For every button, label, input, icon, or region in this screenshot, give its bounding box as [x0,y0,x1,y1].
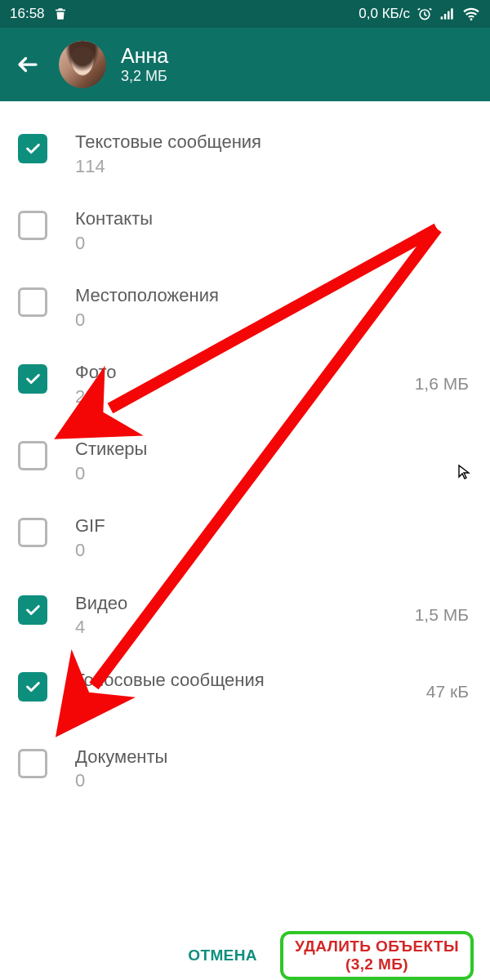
item-size [469,514,472,528]
item-size [469,207,472,220]
item-label: Местоположения [75,284,469,307]
list-item[interactable]: Контакты0 [18,193,472,270]
item-count: 0 [75,769,469,793]
cancel-button[interactable]: ОТМЕНА [188,947,257,964]
delete-button-highlight: УДАЛИТЬ ОБЪЕКТЫ (3,2 МБ) [280,931,474,980]
delete-button-line1: УДАЛИТЬ ОБЪЕКТЫ [295,938,459,956]
item-size: 1,5 МБ [415,592,472,625]
item-size [469,131,472,144]
status-bar: 16:58 0,0 КБ/с [0,0,490,28]
content-list: Текстовые сообщения114Контакты0Местополо… [0,101,490,931]
status-net: 0,0 КБ/с [359,6,410,22]
item-label: GIF [75,514,469,537]
checkbox[interactable] [18,364,47,394]
item-count: 0 [75,462,469,486]
item-size [469,746,472,759]
item-count: 0 [75,539,469,563]
item-count: 20 [75,385,415,409]
contact-size: 3,2 МБ [121,68,168,86]
item-size: 47 кБ [426,669,472,702]
item-count: 114 [75,155,469,179]
checkbox[interactable] [18,287,47,317]
item-count: 0 [75,232,469,256]
list-item[interactable]: Видео41,5 МБ [18,577,472,654]
item-label: Текстовые сообщения [75,131,469,154]
item-label: Стикеры [75,438,469,461]
trash-icon [53,7,68,21]
list-item[interactable]: Текстовые сообщения114 [18,116,472,193]
back-button[interactable] [11,48,44,81]
list-item[interactable]: Документы0 [18,731,472,808]
checkbox[interactable] [18,595,47,625]
list-item[interactable]: Фото201,6 МБ [18,346,472,423]
item-label: Документы [75,746,469,768]
signal-icon [439,7,456,21]
list-item[interactable]: Стикеры0 [18,423,472,500]
item-label: Контакты [75,207,469,230]
svg-rect-3 [448,11,450,20]
item-label: Фото [75,361,415,384]
list-item[interactable]: GIF0 [18,500,472,577]
checkbox[interactable] [18,441,47,470]
svg-rect-4 [451,8,453,19]
delete-button[interactable]: УДАЛИТЬ ОБЪЕКТЫ (3,2 МБ) [295,938,459,973]
wifi-icon [462,7,480,21]
avatar[interactable] [59,41,106,88]
delete-button-line2: (3,2 МБ) [295,956,459,973]
item-label: Видео [75,592,415,615]
checkbox[interactable] [18,749,47,778]
list-item[interactable]: Голосовые сообщения1247 кБ [18,654,472,731]
checkbox[interactable] [18,134,47,163]
item-count: 12 [75,693,426,716]
item-size: 1,6 МБ [415,361,472,394]
item-count: 4 [75,616,415,639]
mouse-cursor-icon [457,464,470,483]
svg-rect-1 [441,16,443,19]
list-item[interactable]: Местоположения0 [18,270,472,346]
item-size [469,284,472,297]
app-bar: Анна 3,2 МБ [0,28,490,101]
svg-point-5 [470,18,473,20]
svg-rect-2 [444,14,447,20]
alarm-icon [416,6,433,22]
item-label: Голосовые сообщения [75,669,426,692]
footer-actions: ОТМЕНА УДАЛИТЬ ОБЪЕКТЫ (3,2 МБ) [0,931,490,980]
checkbox[interactable] [18,518,47,547]
item-size [469,438,472,451]
item-count: 0 [75,309,469,332]
checkbox[interactable] [18,672,47,702]
checkbox[interactable] [18,211,47,240]
contact-name: Анна [121,44,168,68]
status-time: 16:58 [10,6,45,22]
